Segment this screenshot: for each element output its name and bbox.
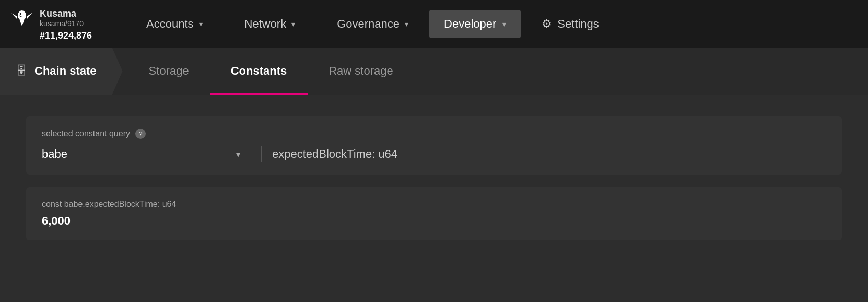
chain-state-db-icon: 🗄 xyxy=(16,64,27,78)
query-box: selected constant query ? babe ▾ expecte… xyxy=(26,116,842,175)
settings-gear-icon: ⚙ xyxy=(542,17,552,31)
module-select[interactable]: babe ▾ xyxy=(42,147,251,161)
tab-raw-storage[interactable]: Raw storage xyxy=(308,48,414,95)
result-box: const babe.expectedBlockTime: u64 6,000 xyxy=(26,187,842,240)
network-subtitle: kusama/9170 xyxy=(40,19,84,28)
nav-items: Accounts ▾ Network ▾ Governance ▾ Develo… xyxy=(125,0,858,48)
query-label-text: selected constant query xyxy=(42,129,130,138)
tab-storage-label: Storage xyxy=(149,64,189,78)
svg-point-4 xyxy=(20,13,22,15)
tab-raw-storage-label: Raw storage xyxy=(329,64,393,78)
kusama-bird-icon xyxy=(10,6,33,29)
query-label-row: selected constant query ? xyxy=(42,129,826,139)
svg-marker-2 xyxy=(27,13,32,19)
query-divider xyxy=(261,146,262,162)
tab-storage[interactable]: Storage xyxy=(128,48,210,95)
governance-dropdown-arrow: ▾ xyxy=(405,20,408,28)
result-label: const babe.expectedBlockTime: u64 xyxy=(42,200,826,209)
nav-item-governance[interactable]: Governance ▾ xyxy=(316,0,429,48)
governance-label: Governance xyxy=(337,17,400,31)
main-content: selected constant query ? babe ▾ expecte… xyxy=(0,95,868,261)
selected-module: babe xyxy=(42,147,67,161)
developer-dropdown-arrow: ▾ xyxy=(502,20,506,28)
nav-item-settings[interactable]: ⚙ Settings xyxy=(531,17,609,31)
svg-marker-3 xyxy=(20,20,25,26)
subnav-brand-label: Chain state xyxy=(34,64,97,78)
subnav-tabs: Storage Constants Raw storage xyxy=(128,48,414,95)
accounts-dropdown-arrow: ▾ xyxy=(199,20,203,28)
settings-label: Settings xyxy=(557,17,599,31)
accounts-label: Accounts xyxy=(146,17,194,31)
query-row: babe ▾ expectedBlockTime: u64 xyxy=(42,146,826,162)
help-icon[interactable]: ? xyxy=(135,129,146,139)
tab-constants-label: Constants xyxy=(231,64,287,78)
developer-label: Developer xyxy=(444,17,496,31)
subnav-brand[interactable]: 🗄 Chain state xyxy=(0,48,123,95)
svg-marker-1 xyxy=(11,13,17,19)
nav-item-accounts[interactable]: Accounts ▾ xyxy=(125,0,224,48)
network-dropdown-arrow: ▾ xyxy=(291,20,295,28)
module-select-arrow: ▾ xyxy=(236,149,240,159)
nav-item-network[interactable]: Network ▾ xyxy=(224,0,316,48)
result-value: 6,000 xyxy=(42,214,826,228)
network-label: Network xyxy=(244,17,287,31)
tab-constants[interactable]: Constants xyxy=(210,48,308,95)
subnav: 🗄 Chain state Storage Constants Raw stor… xyxy=(0,48,868,95)
nav-item-developer[interactable]: Developer ▾ xyxy=(429,10,521,38)
svg-point-0 xyxy=(18,10,26,20)
block-number: #11,924,876 xyxy=(40,30,92,41)
nav-brand[interactable]: Kusama kusama/9170 #11,924,876 xyxy=(10,6,115,41)
selected-method: expectedBlockTime: u64 xyxy=(272,147,397,161)
top-navbar: Kusama kusama/9170 #11,924,876 Accounts … xyxy=(0,0,868,48)
network-name: Kusama xyxy=(40,8,84,19)
